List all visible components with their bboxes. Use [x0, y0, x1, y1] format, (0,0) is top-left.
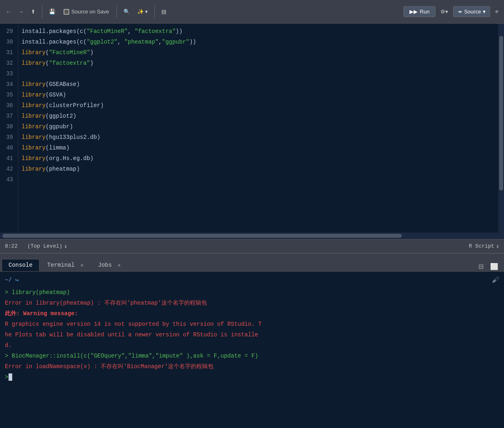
line-numbers: 293031323334353637383940414243 [0, 24, 18, 233]
source-button[interactable]: ↠ Source ▾ [453, 6, 490, 17]
clear-console-icon[interactable]: 🖌 [492, 275, 499, 285]
source-arrow-icon: ↠ [458, 9, 462, 15]
source-on-save-button[interactable]: Source on Save [60, 7, 112, 16]
hamburger-button[interactable]: ≡ [493, 7, 501, 16]
run-options-button[interactable]: ⚙▾ [438, 7, 451, 16]
console-line: > BiocManager::install(c("GEOquery","lim… [5, 351, 499, 361]
maximize-button[interactable]: ⬜ [489, 262, 500, 271]
run-options-icon: ⚙▾ [440, 9, 448, 15]
list-button[interactable]: ▤ [159, 7, 169, 16]
status-bar: 8:22 (Top Level) ⇕ R Script ⇕ [0, 239, 504, 253]
console-tabs-left: Console Terminal ✕ Jobs ✕ [2, 259, 128, 271]
magic-wand-icon: ✨ ▾ [137, 9, 148, 15]
code-line: library(ggplot2) [22, 111, 495, 121]
forward-button[interactable]: → [16, 7, 26, 16]
file-type-chevron: ⇕ [496, 243, 499, 250]
navigate-icon-button[interactable]: ⬆ [29, 7, 38, 16]
terminal-tab-label: Terminal [47, 262, 75, 268]
source-dropdown-icon: ▾ [483, 9, 486, 15]
source-on-save-label: Source on Save [71, 9, 109, 15]
back-icon: ← [6, 9, 11, 15]
code-line: library(clusterProfiler) [22, 100, 495, 111]
save-button[interactable]: 💾 [46, 7, 58, 16]
jobs-tab-label: Jobs [98, 262, 112, 268]
code-container: 293031323334353637383940414243 install.p… [0, 24, 504, 233]
code-scroll: 293031323334353637383940414243 install.p… [0, 24, 498, 233]
tab-terminal[interactable]: Terminal ✕ [40, 259, 90, 271]
search-button[interactable]: 🔍 [121, 7, 132, 16]
console-line: > library(pheatmap) [5, 287, 499, 298]
file-type[interactable]: R Script ⇕ [469, 243, 499, 250]
code-line: library(limma) [22, 143, 495, 153]
horizontal-scrollbar[interactable] [0, 233, 504, 239]
editor-toolbar: ← → ⬆ 💾 Source on Save 🔍 ✨ ▾ ▤ ▶▶ Run ⚙▾… [0, 0, 504, 24]
source-label: Source [464, 9, 481, 15]
code-line: library(hgu133plus2.db) [22, 132, 495, 143]
code-line [22, 174, 495, 185]
separator-2 [117, 6, 117, 18]
search-icon: 🔍 [123, 9, 130, 15]
console-cursor [9, 373, 12, 381]
magic-wand-button[interactable]: ✨ ▾ [135, 7, 151, 16]
terminal-close-icon[interactable]: ✕ [80, 263, 83, 268]
console-input-line[interactable]: > [5, 372, 499, 382]
code-line: library("FactoMineR") [22, 47, 495, 58]
separator-3 [154, 6, 155, 18]
console-line: 此外: Warning message: [5, 308, 499, 319]
console-path: ~/ ↪ [5, 275, 499, 285]
maximize-icon: ⬜ [490, 263, 498, 270]
back-button[interactable]: ← [3, 7, 13, 16]
save-icon: 💾 [49, 9, 55, 15]
navigate-icon: ⬆ [31, 9, 35, 15]
path-arrow-icon: ↪ [15, 277, 18, 283]
console-line: d. [5, 340, 499, 351]
cursor-position: 8:22 [5, 243, 18, 249]
tab-jobs[interactable]: Jobs ✕ [91, 259, 128, 271]
code-line: library(ggpubr) [22, 121, 495, 132]
scrollbar-thumb[interactable] [499, 36, 503, 191]
console-tabs-right: ⊟ ⬜ [473, 262, 504, 271]
file-type-label: R Script [469, 243, 494, 249]
code-editor: 293031323334353637383940414243 install.p… [0, 24, 504, 239]
list-icon: ▤ [161, 9, 166, 15]
forward-icon: → [18, 9, 24, 15]
console-tab-bar: Console Terminal ✕ Jobs ✕ ⊟ ⬜ [0, 254, 504, 272]
run-button[interactable]: ▶▶ Run [403, 6, 436, 17]
minimize-icon: ⊟ [478, 263, 484, 270]
scrollbar-track [2, 234, 502, 238]
console-prompt-symbol: > [5, 372, 8, 382]
hamburger-icon: ≡ [495, 9, 498, 15]
vertical-scrollbar[interactable] [498, 24, 504, 233]
code-line: library(org.Hs.eg.db) [22, 153, 495, 164]
code-line: install.packages(c("FactoMineR", "factoe… [22, 26, 495, 37]
console-line: he Plots tab will be disabled until a ne… [5, 329, 499, 340]
scope-label: (Top Level) [27, 243, 62, 249]
code-line: library(GSVA) [22, 90, 495, 100]
code-line: install.packages(c("ggplot2", "pheatmap"… [22, 37, 495, 47]
code-lines[interactable]: install.packages(c("FactoMineR", "factoe… [18, 24, 498, 233]
run-label: Run [420, 9, 429, 15]
code-line: library("factoextra") [22, 58, 495, 68]
h-scrollbar-thumb[interactable] [2, 234, 402, 238]
minimize-button[interactable]: ⊟ [477, 262, 485, 271]
console-lines: > library(pheatmap)Error in library(phea… [5, 287, 499, 372]
scope-indicator[interactable]: (Top Level) ⇕ [27, 243, 67, 250]
checkbox-icon [64, 9, 69, 15]
console-content[interactable]: ~/ ↪ > library(pheatmap)Error in library… [0, 272, 504, 428]
console-tab-label: Console [9, 262, 33, 268]
console-line: R graphics engine version 14 is not supp… [5, 319, 499, 329]
jobs-close-icon[interactable]: ✕ [118, 263, 121, 268]
code-line: library(pheatmap) [22, 164, 495, 174]
console-line: Error in library(pheatmap) : 不存在叫'pheatm… [5, 298, 499, 308]
separator-1 [42, 6, 42, 18]
scope-chevron: ⇕ [64, 243, 67, 250]
code-line [22, 68, 495, 79]
run-play-icon: ▶▶ [409, 9, 418, 15]
console-line: Error in loadNamespace(x) : 不存在叫'BiocMan… [5, 361, 499, 372]
code-line: library(GSEABase) [22, 79, 495, 90]
tab-console[interactable]: Console [2, 259, 40, 271]
console-section: Console Terminal ✕ Jobs ✕ ⊟ ⬜ ~/ ↪ > lib… [0, 253, 504, 428]
